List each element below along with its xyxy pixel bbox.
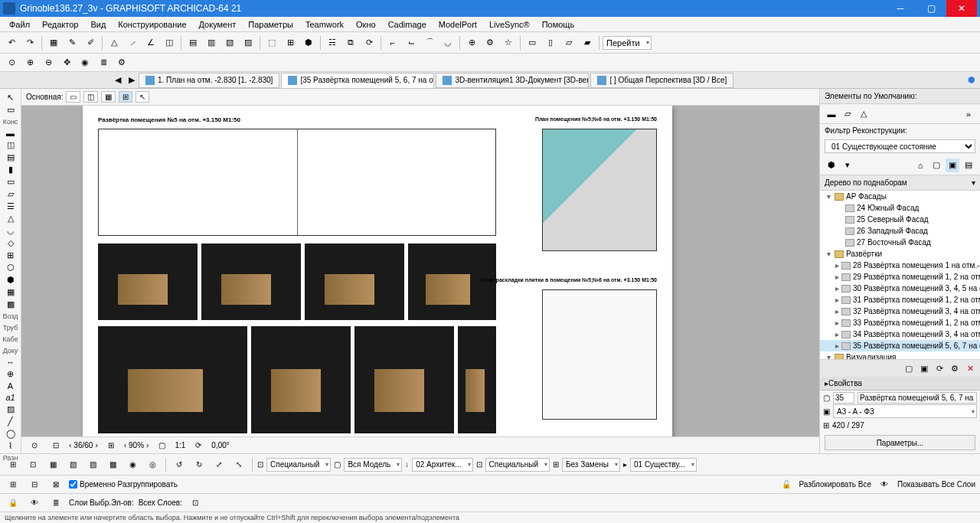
pen-set-select[interactable]: Без Замены bbox=[562, 458, 620, 472]
tool-icon[interactable]: ◉ bbox=[124, 456, 141, 473]
roof-tool[interactable]: △ bbox=[2, 213, 19, 224]
tool-icon[interactable]: ⤢ bbox=[211, 456, 227, 473]
tool-icon[interactable]: ◎ bbox=[144, 456, 161, 473]
dimension-tool[interactable]: ↔ bbox=[2, 357, 19, 368]
minimize-button[interactable]: ─ bbox=[885, 0, 916, 17]
menu-item[interactable]: Cadimage bbox=[382, 18, 433, 31]
suspend-icon[interactable]: ⊠ bbox=[47, 476, 64, 493]
menu-item[interactable]: ModelPort bbox=[433, 18, 483, 31]
tool-icon[interactable]: ☵ bbox=[324, 34, 341, 51]
skylight-tool[interactable]: ◇ bbox=[2, 237, 19, 249]
tool-icon[interactable]: ⌐ bbox=[384, 34, 401, 51]
text-tool[interactable]: A bbox=[2, 381, 19, 391]
layer-combo-select[interactable]: 02 Архитек... bbox=[412, 458, 472, 472]
tree-item[interactable]: ▸29 Развёртка помещений 1, 2 на отм.-2,8… bbox=[820, 271, 980, 283]
tool-icon[interactable]: ⌙ bbox=[403, 34, 420, 51]
arc-tool[interactable]: ◯ bbox=[2, 428, 19, 440]
geometry-method-1[interactable]: ▭ bbox=[66, 91, 80, 103]
tool-icon[interactable]: ▩ bbox=[104, 456, 121, 473]
show-layers-icon[interactable]: 👁 bbox=[876, 476, 893, 493]
geometry-method-5[interactable]: ↖ bbox=[136, 91, 149, 103]
inject-icon[interactable]: ✐ bbox=[82, 34, 99, 51]
column-tool[interactable]: ▮ bbox=[2, 164, 19, 175]
tool-icon[interactable]: ▧ bbox=[221, 34, 238, 51]
group-icon[interactable]: ⊞ bbox=[5, 476, 21, 493]
new-layout-icon[interactable]: ▢ bbox=[902, 361, 916, 375]
parameters-button[interactable]: Параметры... bbox=[825, 435, 975, 450]
tool-icon[interactable]: ▯ bbox=[542, 34, 559, 51]
doc-tab[interactable]: 1. План на отм. -2.830 [1. -2.830] bbox=[139, 73, 279, 88]
properties-header[interactable]: ▸ Свойства bbox=[820, 377, 980, 391]
doc-tab[interactable]: [35 Развёртка помещений 5, 6, 7 на от...… bbox=[281, 73, 434, 88]
fit-icon[interactable]: ⊞ bbox=[103, 437, 119, 454]
layout-id-input[interactable] bbox=[833, 392, 854, 404]
polyline-tool[interactable]: ⌇ bbox=[2, 440, 19, 452]
navigator-icon[interactable]: ⬢ bbox=[963, 72, 980, 89]
suspend-groups-checkbox[interactable]: Временно Разгруппировать bbox=[69, 480, 178, 489]
chevron-down-icon[interactable]: ▾ bbox=[841, 159, 854, 172]
eye-icon[interactable]: 👁 bbox=[26, 495, 43, 512]
tree-item[interactable]: ▸34 Развёртка помещений 3, 4 на отм.+3, bbox=[820, 329, 980, 340]
orbit-icon[interactable]: ⊙ bbox=[26, 437, 43, 454]
project-map-icon[interactable]: ⌂ bbox=[913, 159, 927, 172]
fill-tool[interactable]: ▨ bbox=[2, 404, 19, 415]
expand-icon[interactable]: » bbox=[962, 107, 975, 121]
navigate-dropdown[interactable]: Перейти bbox=[603, 36, 652, 50]
beam-tool[interactable]: ▭ bbox=[2, 176, 19, 188]
tree-item[interactable]: 27 Восточный Фасад bbox=[820, 237, 980, 248]
doc-tab[interactable]: 3D-вентиляция1 3D-Документ [3D-вен... bbox=[436, 73, 589, 88]
menu-item[interactable]: Конструирование bbox=[112, 18, 192, 31]
settings-icon[interactable]: ⚙ bbox=[948, 361, 962, 375]
curtain-tool[interactable]: ⊞ bbox=[2, 250, 19, 261]
publisher-icon[interactable]: ▤ bbox=[962, 159, 975, 172]
tool-icon[interactable]: ▱ bbox=[560, 34, 577, 51]
mvo-select[interactable]: Специальный bbox=[266, 458, 331, 472]
layers-icon[interactable]: ≣ bbox=[95, 54, 112, 71]
tool-icon[interactable]: ▰ bbox=[579, 34, 596, 51]
morph-tool[interactable]: ⬡ bbox=[2, 262, 19, 273]
tool-icon[interactable]: ⤡ bbox=[230, 456, 247, 473]
tool-icon[interactable]: ◡ bbox=[439, 34, 456, 51]
rotation-angle[interactable]: 0,00° bbox=[211, 441, 229, 449]
delete-icon[interactable]: ✕ bbox=[963, 361, 977, 375]
mesh-tool[interactable]: ▩ bbox=[2, 299, 19, 310]
geometry-method-2[interactable]: ◫ bbox=[83, 91, 98, 103]
maximize-button[interactable]: ▢ bbox=[916, 0, 946, 17]
measure-icon[interactable]: ⟋ bbox=[124, 34, 141, 51]
guide-icon[interactable]: ◫ bbox=[161, 34, 178, 51]
slab-default-icon[interactable]: ▱ bbox=[841, 107, 854, 121]
tree-item[interactable]: ▸28 Развёртка помещения 1 на отм.-2,830 bbox=[820, 260, 980, 271]
navigator-mode-icon[interactable]: ⬢ bbox=[825, 159, 838, 172]
roof-default-icon[interactable]: △ bbox=[857, 107, 871, 121]
window-tool[interactable]: ▤ bbox=[2, 152, 19, 163]
marquee-tool[interactable]: ▭ bbox=[2, 104, 19, 116]
ungroup-icon[interactable]: ⊟ bbox=[26, 476, 43, 493]
slab-tool[interactable]: ▱ bbox=[2, 188, 19, 200]
close-button[interactable]: ✕ bbox=[946, 0, 977, 17]
menu-item[interactable]: Вид bbox=[84, 18, 112, 31]
3d-icon[interactable]: ⬢ bbox=[300, 34, 317, 51]
menu-item[interactable]: LiveSync® bbox=[483, 18, 536, 31]
menu-item[interactable]: Файл bbox=[3, 18, 36, 31]
zoom-fit-icon[interactable]: ⊙ bbox=[3, 54, 20, 71]
master-layout-select[interactable]: A3 - A - Ф3 bbox=[833, 404, 977, 418]
tool-icon[interactable]: ▧ bbox=[64, 456, 81, 473]
wall-tool[interactable]: ▬ bbox=[2, 128, 19, 139]
unlock-label[interactable]: Разблокировать Все bbox=[799, 480, 871, 489]
unlock-icon[interactable]: 🔓 bbox=[778, 476, 795, 493]
tool-icon[interactable]: ⬚ bbox=[263, 34, 280, 51]
drawing-canvas[interactable]: Развёртка помещения №5 на отм. +3.150 М1… bbox=[21, 106, 819, 453]
tool-icon[interactable]: ↻ bbox=[191, 456, 207, 473]
star-icon[interactable]: ☆ bbox=[500, 34, 517, 51]
door-tool[interactable]: ◫ bbox=[2, 139, 19, 151]
menu-item[interactable]: Параметры bbox=[242, 18, 299, 31]
grid-icon[interactable]: ⊞ bbox=[5, 456, 21, 473]
show-all-label[interactable]: Показывать Все Слои bbox=[897, 480, 975, 489]
zoom-out-icon[interactable]: ⊖ bbox=[40, 54, 57, 71]
tool-icon[interactable]: ▦ bbox=[44, 456, 61, 473]
tree-item[interactable]: 24 Южный Фасад bbox=[820, 202, 980, 214]
layout-name-input[interactable] bbox=[858, 392, 977, 404]
tool-icon[interactable]: ⧉ bbox=[342, 34, 359, 51]
settings-icon[interactable]: ⚙ bbox=[113, 54, 130, 71]
level-tool[interactable]: ⊕ bbox=[2, 368, 19, 380]
